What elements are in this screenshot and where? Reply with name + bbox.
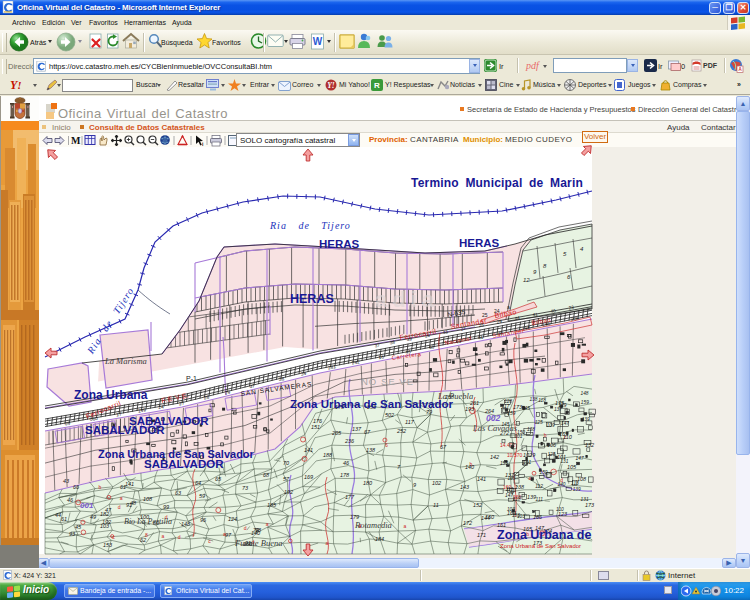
svg-text:b: b (99, 484, 102, 490)
svg-text:NO SE VE: NO SE VE (361, 376, 414, 387)
svg-text:Bio La Pertilla: Bio La Pertilla (124, 517, 172, 526)
svg-text:147: 147 (505, 493, 513, 498)
svg-text:a: a (266, 521, 269, 527)
svg-text:d: d (178, 534, 181, 540)
svg-text:185: 185 (267, 502, 277, 508)
svg-text:Zona Urbana de San Salvador: Zona Urbana de San Salvador (500, 543, 581, 549)
svg-text:62: 62 (140, 537, 146, 543)
svg-text:adia: adia (375, 287, 439, 312)
svg-text:10.570: 10.570 (507, 452, 523, 458)
svg-text:502: 502 (385, 412, 394, 418)
svg-text:236: 236 (344, 438, 355, 444)
svg-text:152: 152 (473, 502, 482, 508)
svg-text:R: R (374, 81, 380, 90)
svg-text:P-1: P-1 (186, 375, 197, 382)
svg-text:117: 117 (405, 419, 415, 425)
svg-text:124: 124 (228, 516, 237, 522)
svg-text:99: 99 (163, 504, 169, 510)
svg-text:Rotamedia: Rotamedia (354, 520, 392, 530)
svg-text:6: 6 (385, 442, 388, 448)
svg-text:151: 151 (311, 424, 320, 430)
svg-text:105: 105 (567, 464, 577, 470)
svg-text:252: 252 (396, 428, 406, 434)
svg-text:144: 144 (481, 515, 490, 521)
svg-text:45: 45 (75, 524, 82, 530)
svg-text:9: 9 (413, 482, 416, 488)
svg-text:131: 131 (560, 459, 568, 464)
svg-text:155: 155 (500, 461, 508, 466)
svg-text:La Puebla: La Puebla (437, 391, 473, 401)
svg-text:49: 49 (90, 514, 96, 520)
svg-text:Las Cavadas: Las Cavadas (472, 423, 518, 433)
svg-text:140: 140 (465, 464, 475, 470)
svg-text:143: 143 (460, 484, 470, 490)
svg-text:132: 132 (585, 442, 594, 448)
svg-text:112: 112 (535, 484, 543, 489)
svg-text:159: 159 (581, 400, 589, 405)
svg-text:138: 138 (515, 484, 525, 490)
svg-text:139: 139 (582, 417, 590, 422)
svg-text:118: 118 (513, 497, 521, 502)
svg-text:a: a (325, 540, 328, 546)
svg-text:67: 67 (440, 444, 447, 450)
svg-text:102: 102 (432, 480, 441, 486)
svg-text:11: 11 (433, 502, 439, 508)
svg-text:128: 128 (504, 399, 512, 404)
svg-text:147: 147 (561, 421, 569, 426)
svg-text:b: b (544, 432, 547, 438)
svg-text:Ria de Tijero: Ria de Tijero (269, 220, 351, 231)
svg-text:178: 178 (340, 472, 350, 478)
svg-text:97: 97 (225, 532, 232, 538)
svg-text:91: 91 (126, 502, 132, 508)
svg-text:113: 113 (506, 487, 514, 492)
svg-text:111: 111 (536, 497, 544, 502)
svg-text:141: 141 (125, 481, 134, 487)
svg-text:46: 46 (343, 460, 350, 466)
svg-text:142: 142 (490, 454, 499, 460)
svg-text:192: 192 (284, 489, 293, 495)
svg-text:d: d (118, 504, 121, 510)
svg-text:109: 109 (547, 423, 555, 428)
svg-text:93: 93 (69, 531, 76, 537)
svg-text:110: 110 (556, 507, 564, 512)
svg-text:177: 177 (345, 494, 355, 500)
svg-text:138: 138 (530, 397, 538, 402)
svg-text:150: 150 (540, 470, 548, 475)
svg-text:180: 180 (363, 480, 373, 486)
svg-text:137: 137 (554, 407, 562, 412)
svg-text:169: 169 (304, 474, 313, 480)
svg-text:73: 73 (242, 485, 249, 491)
svg-text:184: 184 (375, 536, 384, 542)
svg-text:205: 205 (331, 430, 342, 436)
svg-text:125: 125 (535, 420, 543, 425)
svg-text:138: 138 (527, 427, 535, 432)
svg-text:La Marisma: La Marisma (104, 356, 147, 366)
svg-text:67: 67 (364, 429, 371, 435)
svg-text:W: W (313, 36, 323, 47)
svg-text:SABALVADOR: SABALVADOR (85, 424, 165, 436)
svg-text:63: 63 (175, 490, 182, 496)
svg-text:68: 68 (263, 472, 270, 478)
svg-text:117: 117 (502, 404, 510, 409)
svg-text:113: 113 (571, 481, 579, 486)
svg-text:96: 96 (200, 517, 207, 523)
svg-text:Y!: Y! (327, 81, 335, 90)
svg-text:105: 105 (508, 476, 516, 481)
svg-text:148: 148 (181, 521, 191, 527)
svg-text:108: 108 (143, 496, 153, 502)
svg-text:65: 65 (215, 476, 222, 482)
svg-text:Zona Urbana: Zona Urbana (74, 388, 148, 402)
svg-text:171: 171 (477, 532, 486, 538)
svg-text:Zona Urbana de: Zona Urbana de (497, 528, 592, 542)
svg-text:001: 001 (80, 501, 94, 510)
svg-text:148: 148 (581, 391, 589, 396)
svg-text:12: 12 (523, 277, 530, 283)
svg-text:141: 141 (304, 447, 313, 453)
svg-text:70: 70 (283, 460, 290, 466)
svg-text:159: 159 (507, 411, 515, 416)
svg-text:138: 138 (366, 447, 376, 453)
svg-text:193: 193 (465, 406, 475, 412)
svg-text:101: 101 (523, 460, 531, 465)
svg-text:145: 145 (522, 406, 530, 411)
svg-text:137: 137 (352, 426, 362, 432)
